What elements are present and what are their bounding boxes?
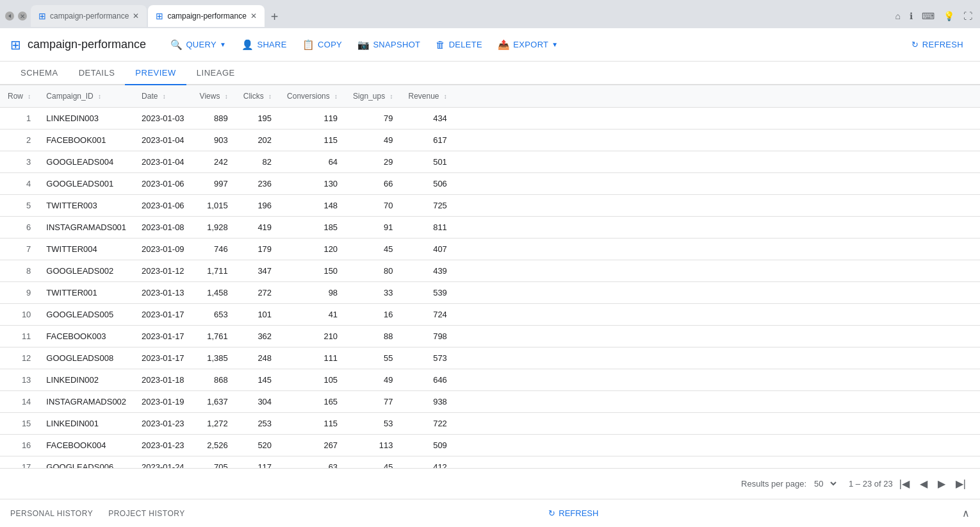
table-header-row: Row ↕ Campaign_ID ↕ Date ↕ Views ↕ Click… — [0, 85, 980, 108]
share-button[interactable]: 👤 SHARE — [235, 35, 293, 54]
tab-2-label: campaign-performance — [167, 12, 246, 21]
cell-extra — [455, 435, 980, 456]
sign-ups-sort-icon[interactable]: ↕ — [389, 93, 393, 100]
refresh-button[interactable]: ↻ REFRESH — [905, 36, 970, 53]
results-per-page-select[interactable]: 50 25 100 — [812, 478, 838, 489]
next-page-button[interactable]: ▶ — [934, 475, 949, 492]
cell-date: 2023-01-08 — [134, 217, 192, 238]
project-history-tab[interactable]: PROJECT HISTORY — [108, 509, 185, 518]
browser-tab-1[interactable]: ⊞ campaign-performance ✕ — [31, 5, 147, 27]
prev-page-button[interactable]: ◀ — [916, 475, 931, 492]
delete-button[interactable]: 🗑 DELETE — [429, 35, 489, 54]
cell-revenue: 439 — [400, 260, 454, 282]
cell-extra — [455, 347, 980, 369]
new-tab-button[interactable]: + — [266, 7, 284, 27]
tab-1-close[interactable]: ✕ — [133, 12, 139, 21]
cell-campaign-id: TWITTER003 — [38, 195, 134, 217]
row-sort-icon[interactable]: ↕ — [28, 93, 31, 100]
tab-2-close[interactable]: ✕ — [250, 12, 257, 21]
last-page-button[interactable]: ▶| — [952, 475, 970, 492]
cell-extra — [455, 304, 980, 326]
cell-views: 2,526 — [192, 435, 236, 456]
table-row: 17 GOOGLEADS006 2023-01-24 705 117 63 45… — [0, 456, 980, 469]
cell-extra — [455, 369, 980, 391]
home-browser-btn[interactable]: ⌂ — [893, 10, 903, 22]
cell-conversions: 120 — [279, 238, 345, 260]
campaign-id-sort-icon[interactable]: ↕ — [98, 93, 101, 100]
col-header-conversions: Conversions ↕ — [279, 85, 345, 108]
cell-views: 1,711 — [192, 260, 236, 282]
first-page-button[interactable]: |◀ — [895, 475, 913, 492]
views-sort-icon[interactable]: ↕ — [225, 93, 228, 100]
cell-clicks: 253 — [236, 413, 279, 435]
revenue-sort-icon[interactable]: ↕ — [444, 93, 447, 100]
tab-preview[interactable]: PREVIEW — [125, 62, 186, 85]
query-button[interactable]: 🔍 QUERY ▼ — [164, 35, 233, 54]
cell-sign-ups: 49 — [345, 369, 400, 391]
browser-tab-2[interactable]: ⊞ campaign-performance ✕ — [148, 5, 264, 27]
cell-sign-ups: 80 — [345, 260, 400, 282]
bottom-refresh-button[interactable]: ↻ REFRESH — [548, 508, 598, 518]
table-row: 12 GOOGLEADS008 2023-01-17 1,385 248 111… — [0, 347, 980, 369]
cell-campaign-id: LINKEDIN002 — [38, 369, 134, 391]
cell-revenue: 506 — [400, 173, 454, 195]
cell-conversions: 105 — [279, 369, 345, 391]
tab-schema[interactable]: SCHEMA — [10, 62, 69, 85]
export-button[interactable]: 📤 EXPORT ▼ — [491, 35, 565, 54]
cell-extra — [455, 217, 980, 238]
cell-sign-ups: 16 — [345, 304, 400, 326]
clicks-sort-icon[interactable]: ↕ — [268, 93, 272, 100]
keyboard-browser-btn[interactable]: ⌨ — [919, 10, 937, 22]
cell-conversions: 98 — [279, 282, 345, 304]
cell-clicks: 101 — [236, 304, 279, 326]
delete-label: DELETE — [449, 40, 482, 49]
data-table-container[interactable]: Row ↕ Campaign_ID ↕ Date ↕ Views ↕ Click… — [0, 85, 980, 468]
copy-label: COPY — [318, 40, 342, 49]
info-browser-btn[interactable]: ℹ — [907, 10, 915, 22]
cell-sign-ups: 113 — [345, 435, 400, 456]
cell-clicks: 236 — [236, 173, 279, 195]
snapshot-button[interactable]: 📷 SNAPSHOT — [351, 35, 427, 54]
page-title: campaign-performance — [28, 38, 146, 51]
toolbar: ⊞ campaign-performance 🔍 QUERY ▼ 👤 SHARE… — [0, 28, 980, 62]
cell-sign-ups: 45 — [345, 456, 400, 469]
cell-date: 2023-01-03 — [134, 108, 192, 130]
cell-views: 1,015 — [192, 195, 236, 217]
cell-campaign-id: GOOGLEADS001 — [38, 173, 134, 195]
bulb-browser-btn[interactable]: 💡 — [941, 10, 957, 22]
browser-back[interactable] — [5, 12, 14, 21]
browser-close[interactable]: ✕ — [18, 12, 27, 21]
page-tabs: SCHEMA DETAILS PREVIEW LINEAGE — [0, 62, 980, 85]
col-header-clicks: Clicks ↕ — [236, 85, 279, 108]
cell-conversions: 115 — [279, 413, 345, 435]
expand-browser-btn[interactable]: ⛶ — [961, 10, 975, 22]
cell-sign-ups: 91 — [345, 217, 400, 238]
tab-details[interactable]: DETAILS — [69, 62, 126, 85]
tab-lineage[interactable]: LINEAGE — [186, 62, 245, 85]
cell-sign-ups: 66 — [345, 173, 400, 195]
cell-campaign-id: LINKEDIN003 — [38, 108, 134, 130]
table-row: 9 TWITTER001 2023-01-13 1,458 272 98 33 … — [0, 282, 980, 304]
cell-sign-ups: 29 — [345, 151, 400, 173]
conversions-sort-icon[interactable]: ↕ — [334, 93, 338, 100]
table-row: 1 LINKEDIN003 2023-01-03 889 195 119 79 … — [0, 108, 980, 130]
cell-revenue: 798 — [400, 326, 454, 347]
results-per-page-label: Results per page: — [741, 479, 806, 489]
table-row: 8 GOOGLEADS002 2023-01-12 1,711 347 150 … — [0, 260, 980, 282]
cell-campaign-id: FACEBOOK003 — [38, 326, 134, 347]
query-dropdown-icon: ▼ — [220, 41, 226, 48]
copy-button[interactable]: 📋 COPY — [296, 35, 348, 54]
personal-history-tab[interactable]: PERSONAL HISTORY — [10, 509, 93, 518]
share-label: SHARE — [257, 40, 286, 49]
bottom-chevron-icon[interactable]: ∧ — [962, 507, 970, 519]
date-sort-icon[interactable]: ↕ — [163, 93, 166, 100]
table-row: 13 LINKEDIN002 2023-01-18 868 145 105 49… — [0, 369, 980, 391]
bottom-bar: PERSONAL HISTORY PROJECT HISTORY ↻ REFRE… — [0, 499, 980, 527]
col-header-extra — [455, 85, 980, 108]
cell-extra — [455, 151, 980, 173]
cell-revenue: 938 — [400, 391, 454, 413]
cell-campaign-id: GOOGLEADS005 — [38, 304, 134, 326]
cell-campaign-id: LINKEDIN001 — [38, 413, 134, 435]
cell-revenue: 412 — [400, 456, 454, 469]
cell-clicks: 248 — [236, 347, 279, 369]
